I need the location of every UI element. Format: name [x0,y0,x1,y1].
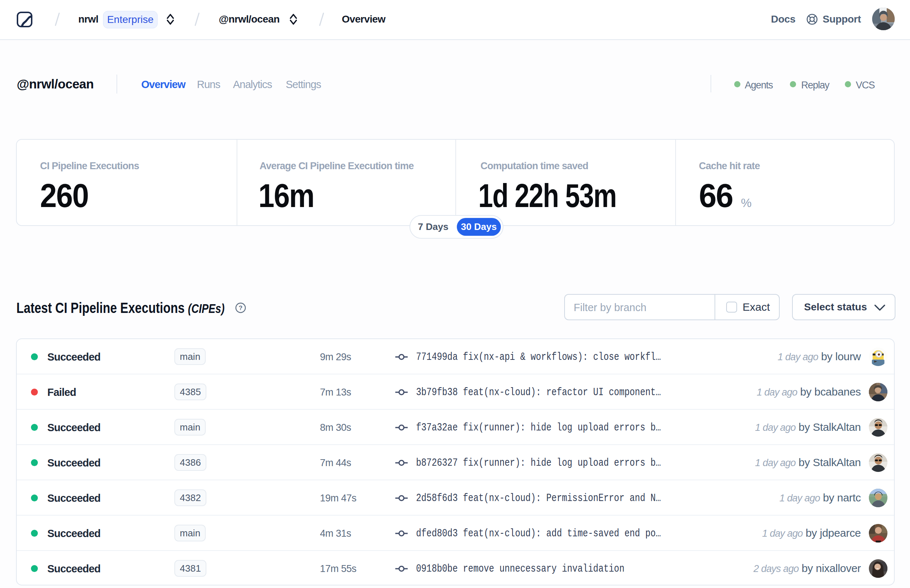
svg-text:?: ? [239,305,242,312]
